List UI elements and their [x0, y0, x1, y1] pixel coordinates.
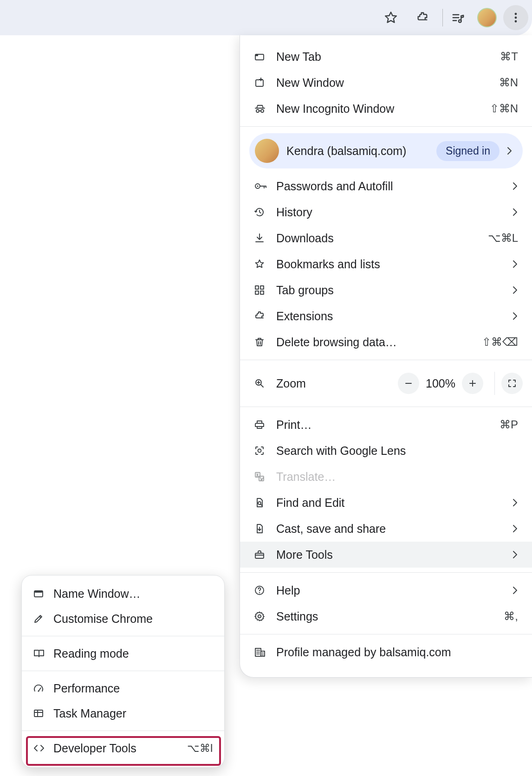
svg-point-16 — [258, 449, 261, 453]
main-menu: New Tab ⌘T New Window ⌘N New Incognito W… — [240, 35, 532, 678]
chevron-right-icon — [512, 585, 518, 595]
svg-rect-25 — [261, 651, 265, 656]
svg-point-22 — [259, 592, 260, 593]
svg-point-28 — [38, 690, 39, 692]
menu-find-edit[interactable]: Find and Edit — [240, 490, 532, 516]
fullscreen-button[interactable] — [501, 373, 523, 394]
profile-name: Kendra (balsamiq.com) — [286, 144, 436, 158]
menu-shortcut: ⇧⌘N — [490, 102, 518, 115]
window-icon — [33, 588, 53, 599]
translate-icon — [254, 471, 276, 482]
menu-google-lens[interactable]: Search with Google Lens — [240, 438, 532, 464]
download-icon — [254, 233, 276, 244]
menu-new-incognito[interactable]: New Incognito Window ⇧⌘N — [240, 96, 532, 122]
building-icon — [254, 647, 276, 658]
table-icon — [33, 708, 53, 719]
menu-shortcut: ⌘P — [500, 418, 518, 431]
chevron-right-icon — [512, 524, 518, 534]
menu-label: Customise Chrome — [53, 612, 213, 626]
chevron-right-icon — [512, 259, 518, 269]
menu-bookmarks[interactable]: Bookmarks and lists — [240, 251, 532, 277]
submenu-name-window[interactable]: Name Window… — [22, 581, 224, 606]
menu-more-tools[interactable]: More Tools — [240, 542, 532, 568]
menu-cast-save-share[interactable]: Cast, save and share — [240, 516, 532, 542]
more-menu-button[interactable] — [503, 5, 528, 30]
svg-rect-27 — [34, 591, 43, 593]
submenu-customise-chrome[interactable]: Customise Chrome — [22, 606, 224, 631]
lens-icon — [254, 445, 276, 456]
chevron-right-icon — [512, 207, 518, 217]
svg-rect-12 — [260, 286, 264, 289]
menu-label: New Incognito Window — [276, 102, 490, 116]
separator — [494, 372, 495, 395]
menu-downloads[interactable]: Downloads ⌥⌘L — [240, 225, 532, 251]
media-control-icon[interactable] — [448, 7, 469, 28]
svg-point-23 — [258, 615, 261, 618]
zoom-in-button[interactable] — [462, 373, 483, 394]
menu-print[interactable]: Print… ⌘P — [240, 412, 532, 438]
menu-label: Tab groups — [276, 284, 512, 297]
puzzle-icon — [254, 310, 276, 322]
menu-label: More Tools — [276, 548, 512, 562]
zoom-out-button[interactable] — [398, 373, 419, 394]
menu-label: Task Manager — [53, 707, 213, 720]
svg-rect-24 — [255, 648, 261, 656]
extensions-icon[interactable] — [412, 7, 433, 28]
svg-point-1 — [515, 13, 517, 15]
menu-new-tab[interactable]: New Tab ⌘T — [240, 44, 532, 70]
menu-new-window[interactable]: New Window ⌘N — [240, 70, 532, 96]
submenu-developer-tools[interactable]: Developer Tools ⌥⌘I — [22, 736, 224, 761]
pencil-icon — [33, 613, 53, 624]
menu-zoom: Zoom 100% — [240, 365, 532, 402]
zoom-icon — [254, 378, 276, 389]
trash-icon — [254, 336, 276, 348]
bookmark-star-icon[interactable] — [380, 7, 402, 28]
menu-label: Search with Google Lens — [276, 444, 518, 458]
menu-managed-profile[interactable]: Profile managed by balsamiq.com — [240, 639, 532, 665]
menu-shortcut: ⌘T — [500, 50, 518, 63]
chevron-right-icon — [512, 550, 518, 560]
menu-history[interactable]: History — [240, 199, 532, 225]
svg-point-3 — [515, 20, 517, 23]
incognito-icon — [254, 103, 276, 114]
menu-help[interactable]: Help — [240, 577, 532, 603]
svg-rect-6 — [256, 80, 263, 86]
menu-delete-data[interactable]: Delete browsing data… ⇧⌘⌫ — [240, 329, 532, 355]
menu-label: Settings — [276, 610, 504, 623]
menu-profile[interactable]: Kendra (balsamiq.com) Signed in — [249, 133, 523, 168]
menu-label: Print… — [276, 418, 500, 432]
menu-label: New Window — [276, 76, 499, 90]
menu-shortcut: ⌥⌘I — [187, 742, 213, 755]
svg-rect-13 — [255, 291, 259, 294]
submenu-performance[interactable]: Performance — [22, 676, 224, 701]
menu-passwords[interactable]: Passwords and Autofill — [240, 173, 532, 199]
menu-extensions[interactable]: Extensions — [240, 303, 532, 329]
svg-rect-11 — [255, 286, 259, 289]
book-icon — [33, 648, 53, 659]
submenu-reading-mode[interactable]: Reading mode — [22, 641, 224, 666]
new-window-icon — [254, 77, 276, 88]
profile-avatar — [255, 139, 279, 163]
menu-label: Profile managed by balsamiq.com — [276, 646, 518, 659]
menu-label: Bookmarks and lists — [276, 258, 512, 271]
menu-label: Extensions — [276, 310, 512, 323]
svg-point-10 — [257, 185, 258, 187]
menu-label: Developer Tools — [53, 742, 187, 755]
menu-shortcut: ⇧⌘⌫ — [482, 336, 518, 349]
chevron-right-icon — [506, 146, 513, 156]
menu-shortcut: ⌥⌘L — [488, 232, 518, 245]
menu-tab-groups[interactable]: Tab groups — [240, 277, 532, 303]
chevron-right-icon — [512, 285, 518, 295]
browser-toolbar — [0, 0, 532, 35]
menu-label: Reading mode — [53, 647, 213, 660]
submenu-task-manager[interactable]: Task Manager — [22, 701, 224, 726]
code-icon — [33, 743, 53, 754]
gear-icon — [254, 611, 276, 622]
chevron-right-icon — [512, 311, 518, 321]
chevron-right-icon — [512, 498, 518, 508]
profile-avatar[interactable] — [477, 8, 497, 27]
menu-settings[interactable]: Settings ⌘, — [240, 603, 532, 629]
menu-label: History — [276, 206, 512, 219]
menu-label: Help — [276, 584, 512, 597]
zoom-value: 100% — [419, 377, 462, 390]
